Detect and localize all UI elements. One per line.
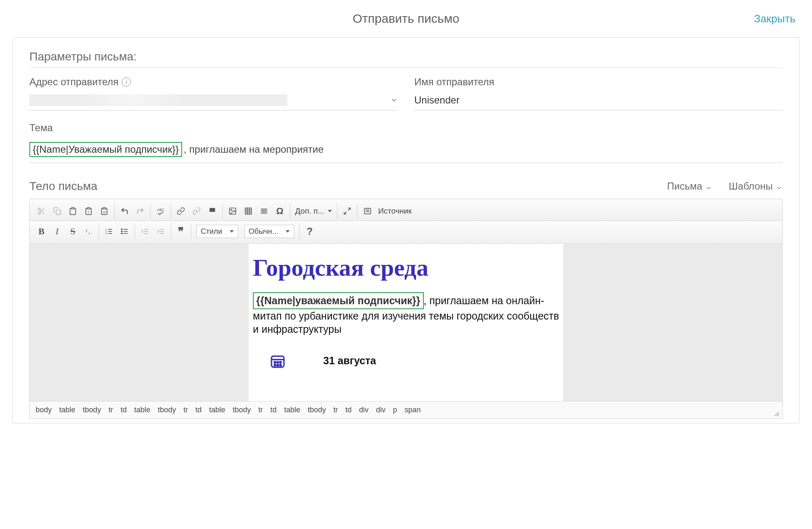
templates-dropdown[interactable]: Шаблоны [729, 180, 783, 192]
path-segment[interactable]: tbody [158, 406, 176, 414]
svg-text:x: x [89, 231, 90, 235]
svg-point-0 [38, 208, 41, 210]
sender-name-input[interactable] [414, 94, 783, 106]
editor-toolbar-row2: B I S Ix 123 ❞ Стили [30, 221, 782, 244]
path-segment[interactable]: td [195, 406, 202, 414]
subject-rest-text: , приглашаем на мероприятие [184, 144, 324, 155]
dialog-header: Отправить письмо Закрыть [12, 0, 800, 37]
path-segment[interactable]: div [359, 406, 368, 414]
path-segment[interactable]: tbody [308, 406, 326, 414]
svg-point-51 [277, 361, 278, 363]
extra-dropdown-label: Доп. п... [295, 207, 324, 216]
path-segment[interactable]: td [270, 406, 276, 414]
svg-point-13 [231, 209, 232, 211]
copy-icon[interactable] [52, 206, 62, 216]
path-segment[interactable]: td [345, 406, 351, 414]
numbered-list-icon[interactable]: 123 [104, 226, 114, 236]
svg-line-58 [778, 416, 779, 416]
chevron-down-icon [705, 183, 712, 190]
indent-icon[interactable] [156, 226, 166, 236]
cut-icon[interactable] [36, 206, 46, 216]
blockquote-icon[interactable]: ❞ [176, 226, 186, 236]
svg-rect-7 [87, 208, 90, 209]
path-segment[interactable]: span [405, 406, 421, 414]
svg-text:ABC: ABC [157, 208, 164, 212]
anchor-icon[interactable] [207, 206, 217, 216]
path-segment[interactable]: body [36, 406, 52, 414]
sender-address-select[interactable] [29, 92, 398, 111]
svg-text:I: I [86, 228, 87, 233]
sender-address-label: Адрес отправителя i [29, 76, 398, 88]
help-icon[interactable]: ? [305, 226, 315, 236]
path-segment[interactable]: div [376, 406, 386, 414]
svg-point-54 [277, 364, 278, 365]
sender-name-label: Имя отправителя [414, 76, 783, 88]
undo-icon[interactable] [120, 206, 130, 216]
path-segment[interactable]: td [120, 406, 127, 414]
sender-name-field[interactable] [414, 92, 783, 111]
unlink-icon[interactable] [192, 206, 202, 216]
special-char-icon[interactable]: Ω [275, 206, 285, 216]
subject-token-highlight: {{Name|Уважаемый подписчик}} [29, 142, 182, 157]
table-icon[interactable] [243, 206, 253, 216]
path-segment[interactable]: p [393, 406, 397, 414]
paste-word-icon[interactable]: W [99, 206, 109, 216]
svg-point-1 [38, 212, 41, 214]
svg-line-24 [344, 212, 346, 214]
bold-button[interactable]: B [36, 226, 46, 236]
path-segment[interactable]: tbody [83, 406, 101, 414]
format-select[interactable]: Обычн... [244, 225, 295, 238]
extra-dropdown[interactable]: Доп. п... [295, 207, 332, 216]
styles-select[interactable]: Стили [196, 225, 238, 238]
strikethrough-button[interactable]: S [68, 226, 78, 236]
divider [29, 67, 783, 68]
outdent-icon[interactable] [140, 226, 150, 236]
element-path-bar: bodytabletbodytrtdtabletbodytrtdtabletbo… [30, 401, 782, 418]
redo-icon[interactable] [135, 206, 145, 216]
path-segment[interactable]: tbody [233, 406, 251, 414]
path-segment[interactable]: tr [258, 406, 263, 414]
svg-text:3: 3 [106, 232, 107, 235]
link-icon[interactable] [176, 206, 186, 216]
image-icon[interactable] [228, 206, 238, 216]
resize-handle-icon[interactable] [773, 410, 780, 417]
horizontal-rule-icon[interactable] [259, 206, 269, 216]
templates-dropdown-label: Шаблоны [729, 180, 773, 192]
styles-select-label: Стили [201, 227, 222, 236]
path-segment[interactable]: table [59, 406, 75, 414]
email-title: Городская среда [253, 254, 559, 281]
body-heading: Тело письма [29, 180, 97, 193]
maximize-icon[interactable] [342, 206, 352, 216]
sender-address-label-text: Адрес отправителя [29, 76, 118, 88]
source-button[interactable]: Источник [378, 207, 412, 216]
paste-icon[interactable] [68, 206, 78, 216]
source-icon[interactable] [363, 206, 372, 216]
subject-input[interactable]: {{Name|Уважаемый подписчик}} , приглашае… [29, 138, 783, 163]
path-segment[interactable]: table [209, 406, 225, 414]
close-button[interactable]: Закрыть [754, 12, 795, 25]
path-segment[interactable]: table [284, 406, 300, 414]
path-segment[interactable]: tr [333, 406, 338, 414]
svg-point-55 [280, 364, 281, 365]
path-segment[interactable]: tr [108, 406, 113, 414]
paste-text-icon[interactable]: T [84, 206, 94, 216]
svg-point-39 [121, 229, 123, 230]
bullet-list-icon[interactable] [120, 226, 130, 236]
compose-panel: Параметры письма: Адрес отправителя i Им… [12, 37, 800, 423]
spellcheck-icon[interactable]: ABC [156, 206, 166, 216]
email-date: 31 августа [323, 355, 376, 367]
svg-rect-5 [56, 210, 61, 215]
calendar-icon [269, 353, 286, 369]
svg-rect-6 [72, 208, 74, 209]
editor-toolbar-row1: T W ABC Ω [30, 199, 782, 221]
info-icon[interactable]: i [122, 77, 131, 87]
remove-format-button[interactable]: Ix [84, 226, 94, 236]
editor-content-area[interactable]: Городская среда {{Name|уважаемый подписч… [30, 244, 782, 401]
svg-point-50 [274, 361, 276, 363]
svg-point-40 [121, 231, 123, 232]
path-segment[interactable]: table [134, 406, 150, 414]
rich-text-editor: T W ABC Ω [29, 199, 783, 419]
italic-button[interactable]: I [52, 226, 62, 236]
letters-dropdown[interactable]: Письма [667, 180, 712, 192]
path-segment[interactable]: tr [183, 406, 188, 414]
